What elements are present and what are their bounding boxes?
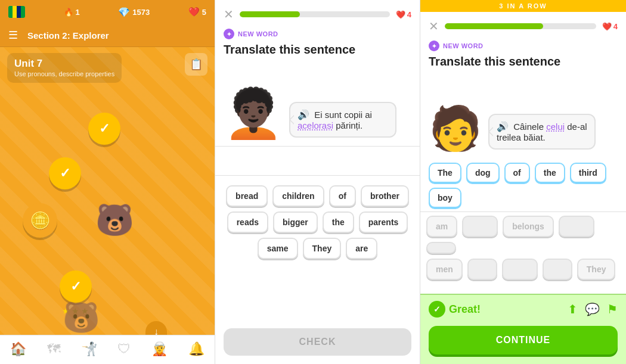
ex3-answer-area[interactable]: The dog of the third boy — [420, 158, 626, 212]
ex2-answer-area[interactable] — [215, 146, 420, 176]
nav-profile[interactable]: 🧝 — [151, 341, 168, 357]
word-chip-parents[interactable]: parents — [359, 211, 408, 233]
map-node-3[interactable]: ✓ — [60, 270, 92, 303]
streak-banner: 3 IN A ROW — [420, 0, 626, 12]
ex3-new-word-label: NEW WORD — [443, 42, 484, 49]
answer-the[interactable]: The — [429, 163, 461, 183]
wc-blank6 — [543, 259, 572, 280]
answer-boy[interactable]: boy — [429, 188, 461, 208]
ex3-hearts: ❤️ 4 — [602, 22, 618, 31]
comment-icon[interactable]: 💬 — [585, 302, 600, 316]
map-panel: 🔥 1 💎 1573 ❤️ 5 ☰ Section 2: Explorer Un… — [0, 0, 215, 364]
ex2-new-word-label: NEW WORD — [238, 30, 278, 38]
map-node-treasure[interactable]: 🪙 — [23, 203, 57, 238]
ex2-new-word-badge: ✦ NEW WORD — [215, 26, 420, 42]
unit-label: Unit 7 — [14, 58, 114, 70]
word-chip-reads[interactable]: reads — [227, 211, 268, 233]
word-chip-children[interactable]: children — [272, 185, 324, 207]
ex3-character: 🧑 — [429, 107, 482, 150]
wc-blank3 — [426, 242, 456, 254]
ex3-speaker-icon[interactable]: 🔊 — [497, 122, 509, 132]
nav-bell[interactable]: 🔔 — [188, 341, 204, 357]
ex2-check-button[interactable]: CHECK — [224, 328, 411, 356]
word-chip-of[interactable]: of — [329, 185, 356, 207]
bottom-nav: 🏠 🗺 🤺 🛡 🧝 🔔 — [0, 335, 215, 364]
great-banner: ✓ Great! ⬆ 💬 ⚑ — [420, 294, 626, 323]
nav-duel[interactable]: 🤺 — [81, 341, 97, 357]
share-icon[interactable]: ⬆ — [568, 302, 578, 316]
great-check-circle: ✓ — [429, 301, 445, 318]
answer-third[interactable]: third — [570, 163, 606, 183]
wc-blank1 — [462, 216, 498, 237]
exercise-panel-great: 3 IN A ROW ✕ ❤️ 4 ✦ NEW WORD Translate t… — [420, 0, 626, 364]
unit-header: Unit 7 Use pronouns, describe properties — [7, 53, 122, 83]
map-node-bear: 🐻 — [91, 196, 138, 244]
nav-shield[interactable]: 🛡 — [117, 341, 131, 357]
map-node-1[interactable]: ✓ — [88, 113, 120, 145]
ex3-topbar: ✕ ❤️ 4 — [420, 12, 626, 38]
continue-btn-area: CONTINUE — [420, 323, 626, 364]
hamburger-icon[interactable]: ☰ — [8, 29, 18, 42]
ex2-progress-fill — [240, 11, 300, 17]
continue-button[interactable]: CONTINUE — [429, 326, 618, 354]
map-scroll-down[interactable]: ↓ — [145, 321, 167, 335]
map-topbar: 🔥 1 💎 1573 ❤️ 5 — [0, 0, 215, 24]
map-bear-partial: 🐻 — [63, 300, 100, 335]
ex2-character-area: 🧑🏿‍🦱 🔊 Ei sunt copii ai acelorași părinț… — [215, 63, 420, 146]
gems-count: 💎 1573 — [118, 7, 150, 18]
answer-dog[interactable]: dog — [466, 163, 500, 183]
ex3-speech-before: Câinele — [513, 122, 546, 132]
ex2-word-bank: bread children of brother reads bigger t… — [215, 182, 420, 263]
ex2-close-button[interactable]: ✕ — [224, 7, 234, 21]
ex3-new-word-dot: ✦ — [429, 41, 439, 51]
ex2-check-area: CHECK — [215, 323, 420, 364]
ex2-character: 🧑🏿‍🦱 — [224, 90, 283, 138]
wc-blank4 — [467, 259, 497, 280]
word-chip-the[interactable]: the — [323, 211, 354, 233]
ex3-title: Translate this sentence — [420, 54, 626, 74]
nav-map[interactable]: 🗺 — [47, 341, 60, 357]
ex2-title: Translate this sentence — [215, 42, 420, 63]
ex2-topbar: ✕ ❤️ 4 — [215, 0, 420, 26]
word-chip-they[interactable]: They — [303, 238, 342, 259]
ex2-hearts: ❤️ 4 — [396, 10, 411, 19]
wc-blank5 — [502, 259, 538, 280]
nav-home[interactable]: 🏠 — [10, 341, 26, 357]
ex2-progress-track — [240, 11, 390, 17]
ex3-progress-fill — [445, 23, 543, 29]
ex2-speech-highlighted: acelorași — [297, 120, 333, 130]
word-chip-are[interactable]: are — [346, 238, 377, 259]
ex3-new-word-badge: ✦ NEW WORD — [420, 38, 626, 54]
unit-description: Use pronouns, describe properties — [14, 70, 114, 78]
wc-men[interactable]: men — [426, 259, 463, 280]
ex3-progress-track — [445, 23, 596, 29]
ex2-speech-before: Ei sunt copii ai — [314, 110, 372, 120]
hearts-count-map: ❤️ 5 — [188, 7, 206, 17]
ex3-word-row-1: am belongs — [426, 216, 620, 254]
ex3-speech-highlighted: celui — [546, 122, 565, 132]
ex3-word-row-2: men They — [426, 259, 620, 280]
unit-notes-button[interactable]: 📋 — [185, 53, 207, 76]
wc-belongs[interactable]: belongs — [503, 216, 554, 237]
ex2-speaker-icon[interactable]: 🔊 — [297, 110, 309, 120]
exercise-panel-check: ✕ ❤️ 4 ✦ NEW WORD Translate this sentenc… — [215, 0, 420, 364]
topbar-icons — [8, 6, 25, 18]
word-chip-brother[interactable]: brother — [361, 185, 409, 207]
section-bar: ☰ Section 2: Explorer — [0, 24, 215, 47]
report-icon[interactable]: ⚑ — [607, 302, 618, 316]
flag-icon — [8, 6, 25, 18]
wc-am[interactable]: am — [426, 216, 457, 237]
ex3-close-button[interactable]: ✕ — [429, 19, 439, 33]
word-chip-same[interactable]: same — [258, 238, 298, 259]
word-chip-bread[interactable]: bread — [226, 185, 268, 207]
word-chip-bigger[interactable]: bigger — [273, 211, 318, 233]
great-text: Great! — [449, 303, 481, 316]
answer-of[interactable]: of — [504, 163, 530, 183]
wc-they[interactable]: They — [577, 259, 616, 280]
streak-count: 🔥 1 — [64, 8, 80, 17]
great-label: ✓ Great! — [429, 301, 481, 318]
ex3-word-bank: am belongs men They — [420, 212, 626, 284]
map-node-2[interactable]: ✓ — [49, 157, 81, 189]
ex2-speech-bubble: 🔊 Ei sunt copii ai acelorași părinți. — [289, 102, 396, 138]
answer-the2[interactable]: the — [535, 163, 565, 183]
